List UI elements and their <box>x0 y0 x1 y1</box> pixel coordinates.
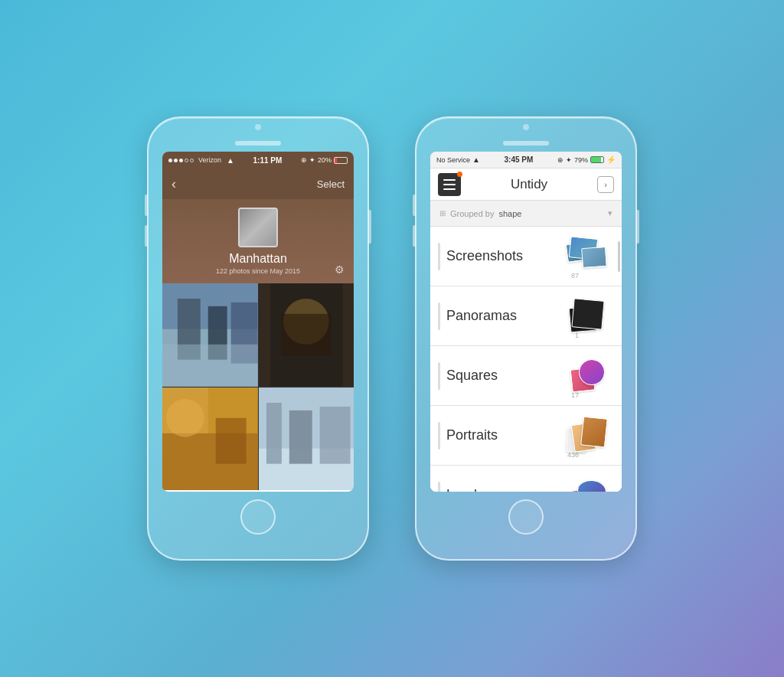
chevron-button[interactable]: › <box>597 176 614 193</box>
category-indicator-5 <box>438 482 440 492</box>
scrollbar <box>618 241 620 272</box>
app-title: Untidy <box>461 177 597 192</box>
photo-stack <box>565 234 611 280</box>
category-thumbnail-4 <box>565 413 611 459</box>
signal-dots <box>168 159 194 162</box>
photo-stack-2 <box>565 293 611 339</box>
volume-up-button-2[interactable] <box>413 195 416 216</box>
category-indicator-3 <box>438 362 440 390</box>
filter-label: Grouped by <box>450 209 494 218</box>
grid-photo-3[interactable] <box>162 388 258 491</box>
photo-count-subtitle: 122 photos since May 2015 <box>216 267 300 275</box>
filter-icon: ⊞ <box>439 209 446 217</box>
stack-card-2 <box>581 246 607 267</box>
signal-dot-4 <box>185 159 188 162</box>
category-thumbnail-5 <box>565 473 611 492</box>
status-right-icons-2: ⊕ ✦ 79% ⚡ <box>557 155 616 164</box>
photo-stack-4 <box>565 413 611 459</box>
svg-rect-5 <box>162 345 258 387</box>
volume-up-button[interactable] <box>145 195 148 216</box>
category-list: Screenshots 87 Panoramas 1 <box>430 227 622 492</box>
home-button-2[interactable] <box>508 499 544 535</box>
wifi-icon: ▲ <box>227 156 234 165</box>
category-item-panoramas[interactable]: Panoramas 1 <box>430 286 622 346</box>
settings-icon[interactable]: ⚙ <box>335 263 345 276</box>
svg-rect-10 <box>281 314 331 356</box>
category-thumbnail-2 <box>565 293 611 339</box>
por-card-1 <box>580 416 608 447</box>
signal-dot-2 <box>174 159 178 162</box>
filter-chevron-icon: ▾ <box>608 208 612 218</box>
nav-header: ‹ Select <box>162 168 354 199</box>
no-service-label: No Service <box>436 156 470 164</box>
battery-percent: 20% <box>318 156 332 164</box>
signal-dot-5 <box>190 159 194 162</box>
phone-1: Verizon ▲ 1:11 PM ⊕ ✦ 20% ‹ Select Manha… <box>147 116 369 561</box>
phone-2-screen: No Service ▲ 3:45 PM ⊕ ✦ 79% ⚡ <box>430 152 622 492</box>
thumbnail-image <box>240 209 276 246</box>
globe-icon: ⊕ <box>557 156 564 164</box>
category-thumbnail-3 <box>565 353 611 399</box>
filter-bar[interactable]: ⊞ Grouped by shape ▾ <box>430 201 622 227</box>
category-item-portraits[interactable]: Portraits 436 <box>430 406 622 466</box>
svg-rect-19 <box>289 410 312 463</box>
earpiece-2 <box>503 141 549 146</box>
category-name-2: Panoramas <box>446 308 565 324</box>
menu-line-2 <box>443 184 456 185</box>
power-button-2[interactable] <box>636 210 639 244</box>
menu-line-1 <box>443 179 456 181</box>
svg-rect-18 <box>266 402 281 463</box>
grid-photo-4[interactable] <box>259 388 354 491</box>
category-indicator-2 <box>438 303 440 330</box>
app-header: Untidy › <box>430 168 622 201</box>
svg-point-14 <box>166 398 204 437</box>
back-button[interactable]: ‹ <box>172 176 176 192</box>
bluetooth-icon: ✦ <box>309 156 315 164</box>
category-indicator-4 <box>438 422 440 450</box>
earpiece <box>235 141 281 146</box>
home-button[interactable] <box>240 499 276 535</box>
location-hero: Manhattan 122 photos since May 2015 ⚙ <box>162 199 354 283</box>
power-button[interactable] <box>368 210 371 244</box>
category-indicator <box>438 243 440 270</box>
menu-line-3 <box>443 188 456 190</box>
battery-bar <box>334 157 348 164</box>
signal-dot-1 <box>168 159 172 162</box>
volume-down-button[interactable] <box>145 225 148 247</box>
screen2-content: No Service ▲ 3:45 PM ⊕ ✦ 79% ⚡ <box>430 152 622 492</box>
grid-photo-2[interactable] <box>259 283 354 387</box>
photo-stack-5 <box>565 473 611 492</box>
category-item-screenshots[interactable]: Screenshots 87 <box>430 227 622 286</box>
category-thumbnail <box>565 234 611 280</box>
menu-button[interactable] <box>438 173 461 196</box>
bluetooth-icon-2: ✦ <box>566 156 572 164</box>
category-name-5: Landscapes <box>446 487 565 492</box>
phone-2: No Service ▲ 3:45 PM ⊕ ✦ 79% ⚡ <box>415 116 637 561</box>
land-card-1 <box>577 479 607 492</box>
front-camera-2 <box>523 124 529 130</box>
front-camera <box>255 124 261 130</box>
chevron-right-icon: › <box>604 180 607 189</box>
pan-card-1 <box>571 298 604 329</box>
status-bar: Verizon ▲ 1:11 PM ⊕ ✦ 20% <box>162 152 354 168</box>
category-name-4: Portraits <box>446 427 565 443</box>
city-name: Manhattan <box>229 252 287 266</box>
volume-down-button-2[interactable] <box>413 225 416 247</box>
phone-1-screen: Verizon ▲ 1:11 PM ⊕ ✦ 20% ‹ Select Manha… <box>162 152 354 492</box>
status-time-2: 3:45 PM <box>480 155 557 164</box>
grid-photo-1[interactable] <box>162 283 258 387</box>
status-bar-2: No Service ▲ 3:45 PM ⊕ ✦ 79% ⚡ <box>430 152 622 168</box>
signal-dot-3 <box>179 159 183 162</box>
battery-percent-2: 79% <box>574 156 588 164</box>
svg-rect-20 <box>319 406 350 463</box>
category-item-landscapes[interactable]: Landscapes <box>430 466 622 492</box>
battery-fill-2 <box>591 157 601 162</box>
location-thumbnail <box>238 208 278 247</box>
battery-fill <box>335 158 337 163</box>
category-item-squares[interactable]: Squares 17 <box>430 346 622 406</box>
category-name: Screenshots <box>446 248 565 264</box>
battery-bar-2 <box>590 156 604 163</box>
photo-grid <box>162 283 354 490</box>
wifi-icon-2: ▲ <box>472 155 480 164</box>
select-button[interactable]: Select <box>317 178 345 190</box>
